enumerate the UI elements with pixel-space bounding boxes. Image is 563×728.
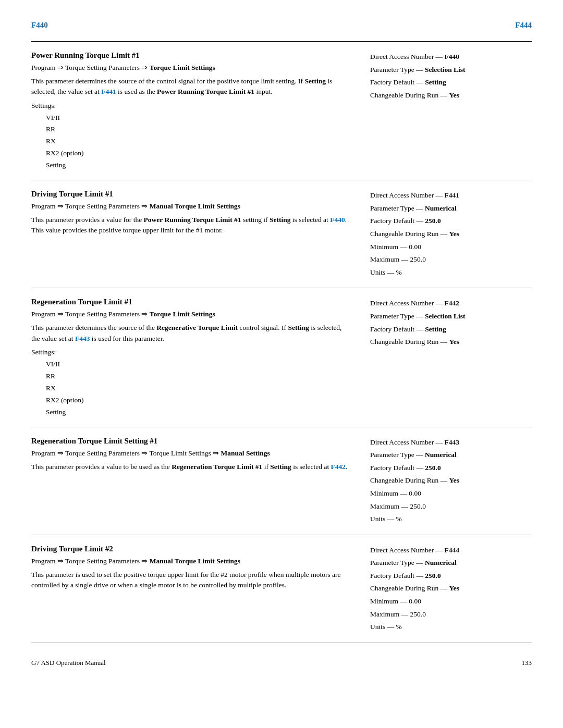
section-desc-f444: This parameter is used to set the positi… [31, 570, 349, 591]
right-row-label: Minimum — [370, 489, 409, 497]
list-item: RX [46, 382, 349, 394]
right-row-value: F443 [444, 438, 459, 446]
right-row: Units — % [370, 621, 532, 633]
list-item: RR [46, 124, 349, 135]
right-row-value: Yes [449, 584, 459, 592]
right-row-value: 0.00 [409, 489, 421, 497]
right-row-value: % [396, 268, 402, 276]
right-row: Direct Access Number — F444 [370, 545, 532, 556]
section-path-f444: Program ⇒ Torque Setting Parameters ⇒ Ma… [31, 557, 349, 565]
right-row: Direct Access Number — F443 [370, 437, 532, 448]
right-row: Units — % [370, 267, 532, 278]
settings-list-f440: VI/IIRRRXRX2 (option)Setting [31, 112, 349, 172]
right-row-value: F440 [444, 53, 459, 60]
list-item: RX2 (option) [46, 394, 349, 406]
right-row-label: Changeable During Run — [370, 476, 449, 484]
section-title-f440: Power Running Torque Limit #1 [31, 51, 349, 60]
header-right: F444 [515, 21, 532, 30]
right-row-value: 250.0 [410, 502, 426, 510]
right-row: Minimum — 0.00 [370, 241, 532, 253]
right-row: Parameter Type — Numerical [370, 449, 532, 461]
right-row-label: Maximum — [370, 610, 410, 618]
right-row-value: F441 [444, 191, 459, 199]
right-row-value: % [396, 623, 402, 631]
right-row: Factory Default — Setting [370, 77, 532, 88]
right-row-label: Direct Access Number — [370, 299, 444, 307]
section-desc-f443: This parameter provides a value to be us… [31, 462, 349, 472]
list-item: RR [46, 371, 349, 382]
right-row: Factory Default — 250.0 [370, 570, 532, 582]
right-row-value: Setting [425, 78, 446, 86]
section-f443: Regeneration Torque Limit Setting #1Prog… [31, 427, 532, 535]
right-row: Parameter Type — Selection List [370, 64, 532, 76]
right-row-label: Maximum — [370, 502, 410, 510]
right-row-label: Minimum — [370, 243, 409, 251]
right-row-value: Numerical [425, 451, 457, 459]
right-row-value: F442 [444, 299, 459, 307]
section-left-f443: Regeneration Torque Limit Setting #1Prog… [31, 437, 354, 526]
footer-left: G7 ASD Operation Manual [31, 659, 106, 667]
right-row-label: Units — [370, 268, 396, 276]
right-row-label: Changeable During Run — [370, 338, 449, 346]
section-path-f440: Program ⇒ Torque Setting Parameters ⇒ To… [31, 63, 349, 72]
right-row: Factory Default — 250.0 [370, 215, 532, 227]
section-f442: Regeneration Torque Limit #1Program ⇒ To… [31, 288, 532, 427]
right-row: Parameter Type — Selection List [370, 311, 532, 322]
right-row: Minimum — 0.00 [370, 596, 532, 607]
right-row-value: % [396, 515, 402, 523]
right-row: Maximum — 250.0 [370, 501, 532, 512]
right-row-label: Direct Access Number — [370, 546, 444, 554]
right-row-label: Direct Access Number — [370, 53, 444, 60]
right-row-value: Selection List [425, 312, 466, 320]
right-row-label: Direct Access Number — [370, 191, 444, 199]
section-title-f444: Driving Torque Limit #2 [31, 545, 349, 553]
right-row-label: Factory Default — [370, 464, 425, 472]
right-row-value: 250.0 [425, 464, 440, 472]
list-item: Setting [46, 159, 349, 171]
right-row-label: Minimum — [370, 597, 409, 605]
right-row-value: Yes [449, 476, 459, 484]
right-row-label: Changeable During Run — [370, 584, 449, 592]
right-row-value: Yes [449, 91, 459, 99]
settings-label-f440: Settings: [31, 102, 349, 110]
section-f441: Driving Torque Limit #1Program ⇒ Torque … [31, 180, 532, 288]
right-row: Parameter Type — Numerical [370, 557, 532, 569]
section-right-f440: Direct Access Number — F440Parameter Typ… [370, 51, 532, 171]
section-left-f440: Power Running Torque Limit #1Program ⇒ T… [31, 51, 354, 171]
right-row-value: 250.0 [425, 217, 440, 225]
section-right-f441: Direct Access Number — F441Parameter Typ… [370, 190, 532, 279]
right-row-value: Selection List [425, 66, 466, 73]
right-row-value: Numerical [425, 204, 457, 212]
right-row: Direct Access Number — F442 [370, 298, 532, 309]
right-row-label: Changeable During Run — [370, 91, 449, 99]
section-desc-f440: This parameter determines the source of … [31, 76, 349, 97]
right-row: Changeable During Run — Yes [370, 583, 532, 594]
page-footer: G7 ASD Operation Manual 133 [31, 659, 532, 667]
section-left-f444: Driving Torque Limit #2Program ⇒ Torque … [31, 545, 354, 634]
right-row-value: Yes [449, 230, 459, 238]
section-title-f441: Driving Torque Limit #1 [31, 190, 349, 199]
list-item: RX2 (option) [46, 147, 349, 159]
right-row: Changeable During Run — Yes [370, 90, 532, 101]
right-row-value: F444 [444, 546, 459, 554]
right-row-value: Numerical [425, 559, 457, 566]
section-f444: Driving Torque Limit #2Program ⇒ Torque … [31, 535, 532, 643]
section-desc-f442: This parameter determines the source of … [31, 323, 349, 344]
right-row-label: Factory Default — [370, 325, 425, 333]
right-row-label: Parameter Type — [370, 451, 425, 459]
settings-list-f442: VI/IIRRRXRX2 (option)Setting [31, 359, 349, 418]
right-row: Maximum — 250.0 [370, 609, 532, 620]
right-row: Changeable During Run — Yes [370, 336, 532, 348]
right-row-label: Maximum — [370, 255, 410, 263]
right-row-value: Yes [449, 338, 459, 346]
section-path-f441: Program ⇒ Torque Setting Parameters ⇒ Ma… [31, 202, 349, 211]
right-row-label: Factory Default — [370, 78, 425, 86]
sections-container: Power Running Torque Limit #1Program ⇒ T… [31, 42, 532, 643]
section-right-f442: Direct Access Number — F442Parameter Typ… [370, 298, 532, 418]
list-item: VI/II [46, 112, 349, 124]
right-row: Units — % [370, 513, 532, 525]
section-title-f443: Regeneration Torque Limit Setting #1 [31, 437, 349, 446]
right-row-value: 0.00 [409, 597, 421, 605]
section-right-f443: Direct Access Number — F443Parameter Typ… [370, 437, 532, 526]
section-title-f442: Regeneration Torque Limit #1 [31, 298, 349, 306]
